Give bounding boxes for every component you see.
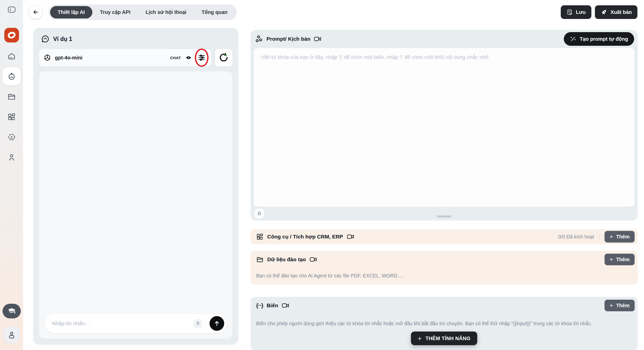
training-data-section: Dữ liệu đào tạo + Thêm B [251, 251, 638, 285]
chat-char-count: 0 [193, 319, 202, 328]
tab-bar: Thiết lập AI Truy cập API Lịch sử hội th… [49, 5, 237, 20]
nodes-icon [256, 35, 263, 43]
tools-header: Công cụ / Tích hợp CRM, ERP [256, 233, 354, 240]
tab-truy-cap-api[interactable]: Truy cập API [92, 6, 138, 18]
variables-header: {··} Biến + Thêm [256, 297, 635, 314]
person-icon [3, 148, 21, 166]
user-avatar-button[interactable] [3, 326, 20, 343]
eye-icon [185, 55, 192, 61]
prompt-header: Prompt/ Kịch bản [251, 30, 638, 48]
save-label: Lưu [576, 9, 586, 15]
model-controls: CHAT [170, 52, 207, 63]
tools-section: Công cụ / Tích hợp CRM, ERP 0/0 Đã kích … [251, 229, 638, 244]
sidebar-item-scan[interactable] [2, 127, 22, 147]
openai-logo-icon [43, 54, 51, 62]
variables-title: Biến [267, 302, 278, 309]
tab-thiet-lap-ai[interactable]: Thiết lập AI [50, 6, 92, 18]
chat-message-area: 0 [39, 71, 232, 339]
publish-button[interactable]: Xuất bản [595, 5, 637, 19]
refresh-icon [219, 53, 229, 63]
sidebar-item-integrations[interactable] [2, 107, 22, 127]
input-divider [206, 320, 206, 327]
example-title: Ví dụ 1 [53, 36, 72, 42]
training-description: Bạn có thể đào tạo cho AI Agent từ các f… [256, 268, 635, 285]
resize-drag-handle[interactable] [437, 215, 451, 217]
folder-icon [3, 88, 21, 106]
model-settings-button[interactable] [196, 52, 207, 63]
chat-message-input[interactable] [52, 320, 190, 326]
tools-divider [599, 233, 599, 240]
sidebar-nav [0, 46, 23, 167]
graduation-cap-icon [7, 307, 16, 315]
preview-eye-button[interactable] [185, 55, 192, 61]
sidebar-item-home[interactable] [2, 46, 22, 66]
add-variable-button[interactable]: + Thêm [605, 300, 635, 311]
tutorial-button[interactable] [3, 304, 21, 318]
send-message-button[interactable] [210, 316, 224, 331]
content: Ví dụ 1 gpt-4o-mini CHAT [23, 24, 644, 350]
add-training-label: Thêm [616, 257, 630, 262]
variables-description: Biến cho phép người dùng giới thiệu các … [256, 314, 635, 332]
add-feature-floating-button[interactable]: + THÊM TÍNH NĂNG [411, 332, 477, 345]
prompt-title: Prompt/ Kịch bản [266, 36, 310, 42]
chat-preview-panel: Ví dụ 1 gpt-4o-mini CHAT [33, 28, 238, 345]
home-icon [3, 47, 21, 65]
model-row: gpt-4o-mini CHAT [39, 49, 232, 66]
training-title: Dữ liệu đào tạo [267, 256, 306, 262]
blocks-icon [3, 108, 21, 126]
plus-icon: + [418, 335, 422, 342]
sliders-icon [197, 53, 206, 62]
back-button[interactable] [29, 6, 42, 19]
auto-generate-prompt-button[interactable]: Tạo prompt tự động [564, 32, 634, 46]
training-header: Dữ liệu đào tạo + Thêm [256, 251, 635, 268]
save-button[interactable]: Lưu [561, 5, 591, 19]
prompt-footer: 0 [251, 207, 638, 221]
chat-title-row: Ví dụ 1 [39, 34, 232, 43]
add-training-data-button[interactable]: + Thêm [605, 254, 635, 265]
plus-icon: + [610, 302, 613, 309]
video-tutorial-icon[interactable] [282, 302, 289, 309]
user-icon [7, 330, 16, 339]
chat-mode-label: CHAT [170, 56, 181, 60]
prompt-char-count: 0 [255, 209, 264, 218]
plus-icon: + [610, 256, 613, 262]
sidebar-item-ai-agents[interactable] [2, 66, 22, 86]
tab-tong-quan[interactable]: Tổng quan [194, 6, 235, 18]
rocket-icon [600, 9, 608, 16]
app-root: Thiết lập AI Truy cập API Lịch sử hội th… [0, 0, 644, 350]
video-tutorial-icon[interactable] [347, 233, 354, 240]
chat-input-bar: 0 [45, 314, 227, 333]
tab-lich-su-hoi-thoai[interactable]: Lịch sử hội thoại [138, 6, 194, 18]
plus-icon: + [610, 234, 613, 240]
magic-wand-icon [570, 36, 576, 42]
chat-bubble-icon [41, 34, 50, 43]
sidebar-item-profile[interactable] [2, 147, 22, 167]
braces-icon: {··} [256, 302, 263, 309]
add-variable-label: Thêm [616, 303, 630, 309]
video-tutorial-icon[interactable] [309, 256, 317, 263]
sidebar-collapse-icon[interactable] [6, 5, 17, 15]
agent-face-icon [3, 67, 21, 85]
model-name: gpt-4o-mini [55, 55, 82, 61]
add-tool-button[interactable]: + Thêm [605, 231, 635, 243]
scan-focus-icon [3, 128, 21, 146]
reset-conversation-button[interactable] [215, 49, 232, 66]
send-arrow-icon [213, 320, 220, 327]
top-bar: Thiết lập AI Truy cập API Lịch sử hội th… [23, 0, 644, 24]
tools-activated-status: 0/0 Đã kích hoạt [558, 234, 594, 240]
add-tool-label: Thêm [616, 234, 630, 240]
config-column: Prompt/ Kịch bản [251, 28, 638, 350]
auto-generate-label: Tạo prompt tự động [580, 36, 628, 42]
app-logo[interactable] [4, 28, 19, 42]
model-selector[interactable]: gpt-4o-mini CHAT [39, 49, 211, 66]
save-icon [566, 9, 573, 15]
prompt-editor[interactable] [254, 48, 634, 207]
sidebar [0, 0, 23, 350]
publish-label: Xuất bản [611, 9, 632, 15]
video-tutorial-icon[interactable] [314, 36, 321, 42]
top-actions: Lưu Xuất bản [561, 5, 637, 19]
folder-icon [256, 256, 264, 263]
blocks-icon [256, 233, 264, 240]
tools-title: Công cụ / Tích hợp CRM, ERP [267, 234, 343, 240]
sidebar-item-files[interactable] [2, 86, 22, 107]
